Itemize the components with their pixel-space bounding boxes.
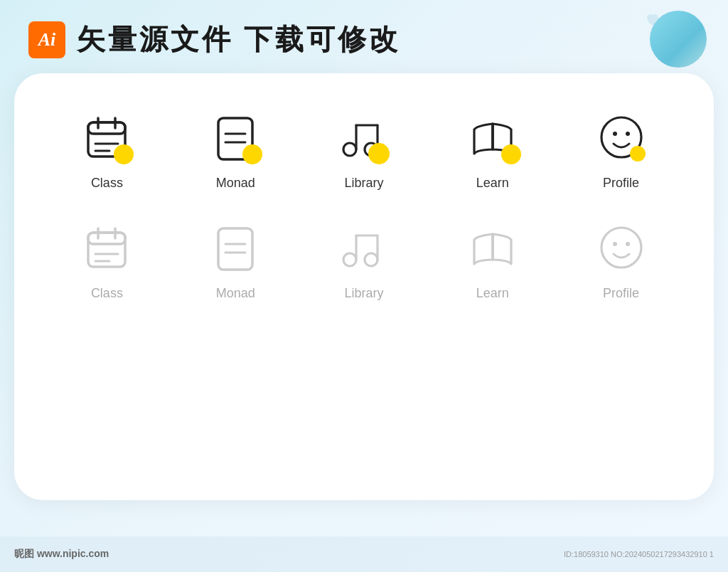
nipic-logo-text: 昵图 www.nipic.com [14,548,109,561]
class-icon-wrapper [78,109,135,166]
library-accent-dot [368,143,390,164]
class-muted-icon-wrapper [78,219,135,276]
svg-point-29 [365,253,378,266]
icon-row-active: Class Monad [28,109,700,191]
class-muted-icon [82,223,131,272]
learn-muted-label: Learn [476,286,509,301]
profile-muted-icon-wrapper [593,219,650,276]
svg-point-27 [343,253,356,266]
svg-point-35 [626,242,630,246]
profile-muted-label: Profile [603,286,639,301]
icon-item-class-muted[interactable]: Class [50,219,164,301]
svg-point-16 [613,132,617,136]
class-muted-label: Class [91,286,123,301]
class-label: Class [91,176,123,191]
learn-icon-wrapper [464,109,521,166]
monad-muted-icon [213,223,259,272]
icon-item-profile[interactable]: Profile [564,109,678,191]
profile-muted-icon [596,223,646,272]
learn-accent-dot [501,144,521,164]
svg-rect-1 [88,122,125,134]
learn-muted-icon [467,223,518,272]
icon-row-muted: Class Monad [28,219,700,301]
svg-point-33 [601,228,641,268]
heart-decoration [645,13,660,27]
site-logo-area: 昵图 www.nipic.com [14,548,109,561]
monad-muted-label: Monad [216,286,255,301]
monad-icon-wrapper [207,109,264,166]
icon-item-learn-muted[interactable]: Learn [436,219,550,301]
monad-label: Monad [216,176,255,191]
svg-point-34 [613,242,617,246]
icon-item-monad[interactable]: Monad [178,109,292,191]
svg-point-17 [626,132,630,136]
icon-item-library[interactable]: Library [307,109,421,191]
bottom-bar: 昵图 www.nipic.com ID:18059310 NO:20240502… [0,536,728,572]
library-icon-wrapper [336,109,392,166]
profile-label: Profile [603,176,639,191]
svg-point-9 [343,143,356,156]
library-label: Library [344,176,383,191]
profile-accent-dot [630,146,646,161]
icon-item-learn[interactable]: Learn [436,109,550,191]
header-title: 矢量源文件 下载可修改 [77,20,400,59]
main-card: Class Monad [14,73,714,500]
header: Ai 矢量源文件 下载可修改 [0,0,728,73]
ai-logo: Ai [28,21,65,58]
svg-rect-19 [88,233,125,244]
profile-icon-wrapper [593,109,650,166]
learn-muted-icon-wrapper [464,219,521,276]
icon-item-monad-muted[interactable]: Monad [178,219,292,301]
decorative-top-right [628,7,714,78]
learn-label: Learn [476,176,509,191]
icon-item-profile-muted[interactable]: Profile [564,219,678,301]
monad-muted-icon-wrapper [207,219,264,276]
icon-item-class[interactable]: Class [50,109,164,191]
svg-rect-24 [218,228,252,270]
monad-accent-dot [242,144,262,164]
image-id-text: ID:18059310 NO:2024050217293432910 1 [564,550,714,558]
library-muted-icon [338,223,390,272]
library-muted-icon-wrapper [336,219,392,276]
library-muted-label: Library [344,286,383,301]
icon-item-library-muted[interactable]: Library [307,219,421,301]
